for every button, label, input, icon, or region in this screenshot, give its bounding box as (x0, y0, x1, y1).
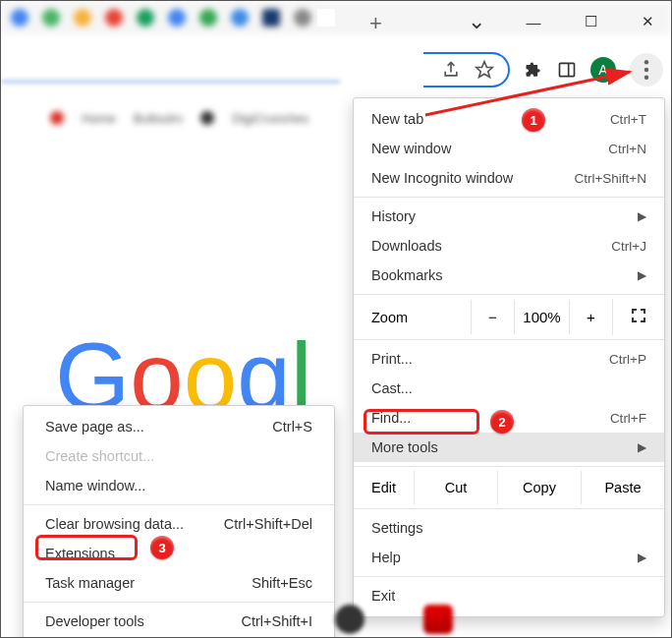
svg-rect-1 (560, 63, 575, 76)
bottom-blurred-icons (1, 602, 672, 637)
menu-downloads[interactable]: DownloadsCtrl+J (354, 231, 664, 261)
minimize-icon[interactable]: — (514, 14, 553, 30)
chevron-right-icon: ▶ (638, 209, 646, 223)
fullscreen-icon (631, 308, 646, 323)
chevron-right-icon: ▶ (638, 551, 646, 564)
bookmark-star-icon[interactable] (475, 60, 494, 80)
submenu-save-page[interactable]: Save page as...Ctrl+S (24, 412, 334, 441)
bookmarks-bar-blurred: HomeBulbsdrv DigiCrunches (1, 103, 340, 133)
menu-help[interactable]: Help▶ (354, 543, 664, 572)
menu-cast[interactable]: Cast... (354, 374, 664, 403)
menu-find[interactable]: Find...Ctrl+F (354, 403, 664, 433)
submenu-task-manager[interactable]: Task managerShift+Esc (24, 568, 334, 598)
zoom-value: 100% (514, 300, 569, 334)
svg-point-3 (644, 60, 648, 64)
maximize-icon[interactable]: ☐ (571, 13, 610, 30)
share-icon[interactable] (441, 60, 461, 80)
chevron-right-icon: ▶ (638, 268, 646, 282)
submenu-clear-browsing[interactable]: Clear browsing data...Ctrl+Shift+Del (24, 509, 334, 539)
chevron-right-icon: ▶ (638, 440, 646, 454)
edit-paste-button[interactable]: Paste (581, 471, 664, 504)
submenu-name-window[interactable]: Name window... (24, 471, 334, 500)
menu-more-tools[interactable]: More tools▶ (354, 433, 664, 462)
new-tab-button[interactable]: + (369, 11, 382, 36)
svg-point-5 (644, 76, 648, 80)
extensions-puzzle-icon[interactable] (524, 60, 543, 80)
sidepanel-icon[interactable] (557, 60, 577, 80)
chrome-main-menu: New tabCtrl+T New windowCtrl+N New Incog… (353, 97, 665, 617)
menu-edit: Edit Cut Copy Paste (354, 471, 664, 504)
zoom-out-button[interactable]: − (471, 300, 514, 334)
menu-print[interactable]: Print...Ctrl+P (354, 344, 664, 374)
kebab-menu-icon (637, 60, 656, 80)
menu-history[interactable]: History▶ (354, 202, 664, 231)
menu-button[interactable] (630, 53, 663, 87)
menu-new-incognito[interactable]: New Incognito windowCtrl+Shift+N (354, 163, 664, 193)
svg-point-4 (644, 68, 648, 72)
fullscreen-button[interactable] (612, 299, 664, 335)
dropdown-chevron-icon[interactable]: ⌄ (457, 9, 496, 34)
addrbar-blurred (1, 80, 340, 84)
submenu-create-shortcut: Create shortcut... (24, 441, 334, 471)
menu-zoom: Zoom − 100% + (354, 299, 664, 335)
menu-settings[interactable]: Settings (354, 513, 664, 543)
active-tab-blurred (317, 9, 335, 27)
zoom-in-button[interactable]: + (569, 300, 612, 334)
submenu-extensions[interactable]: Extensions (24, 539, 334, 568)
menu-new-window[interactable]: New windowCtrl+N (354, 134, 664, 163)
profile-avatar[interactable]: A (590, 57, 616, 83)
close-icon[interactable]: ✕ (628, 13, 667, 30)
menu-bookmarks[interactable]: Bookmarks▶ (354, 261, 664, 290)
svg-marker-0 (476, 62, 493, 78)
menu-new-tab[interactable]: New tabCtrl+T (354, 104, 664, 134)
edit-copy-button[interactable]: Copy (497, 471, 581, 504)
edit-cut-button[interactable]: Cut (414, 471, 497, 504)
